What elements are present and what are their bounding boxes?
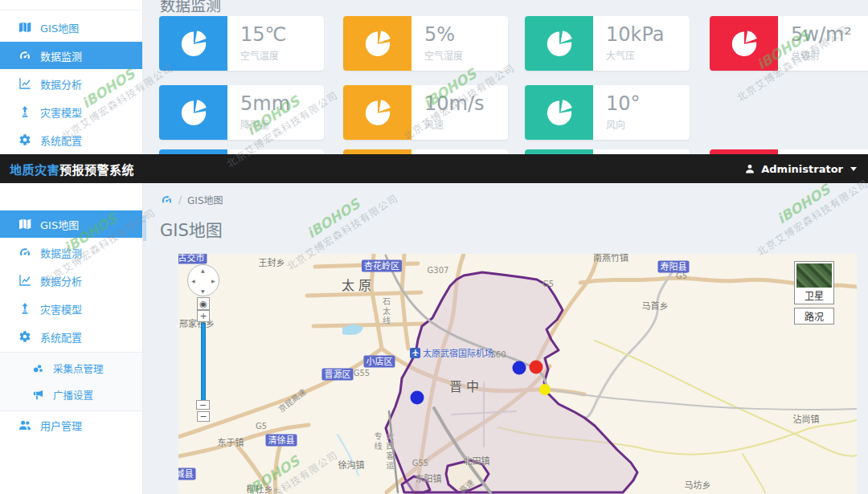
map-label-badge: 寿阳县: [658, 261, 690, 273]
watermark-company: 北京艾博宏森科技有限公司: [753, 175, 868, 259]
metric-value: 15℃: [240, 23, 287, 46]
breadcrumb-current: GIS地图: [187, 193, 223, 206]
gauge-icon: [18, 49, 31, 62]
sidebar-item-label: 广播设置: [53, 387, 93, 402]
metric-card-color-block: [159, 16, 227, 71]
satellite-thumbnail: [796, 263, 832, 288]
sidebar-item-model[interactable]: 灾害模型: [0, 98, 142, 125]
sidebar-item-map[interactable]: GIS地图: [0, 210, 142, 238]
map-label-text: 东阳镇: [416, 472, 442, 484]
gear-icon: [18, 133, 31, 146]
zoom-out-button[interactable]: −: [197, 411, 210, 422]
map-label-text: 马首乡: [642, 299, 669, 312]
page-title: GIS地图: [160, 217, 223, 241]
metric-card-body: 10kPa大气压: [593, 16, 665, 71]
sidebar-item-chart[interactable]: 数据分析: [0, 267, 142, 294]
chart-icon: [18, 77, 31, 90]
title-accent-bar: [143, 215, 146, 241]
sidebar-item-chart[interactable]: 数据分析: [0, 70, 142, 97]
sidebar-item-model[interactable]: 灾害模型: [0, 295, 142, 322]
metric-label: 降雨量: [240, 117, 290, 131]
pan-right-icon: ▶: [211, 278, 215, 284]
dashboard-icon: [161, 194, 173, 206]
zoom-slider-handle[interactable]: −: [196, 400, 210, 410]
sidebar-item-map[interactable]: GIS地图: [0, 14, 142, 41]
top-section: 数据监测 15℃空气温度5%空气湿度10kPa大气压5w/m²总辐射5mm降雨量…: [0, 0, 868, 154]
metric-label: 大气压: [606, 48, 665, 62]
metric-card-color-block: [710, 16, 778, 71]
user-name: Administrator: [761, 163, 843, 175]
map-label-road: G307: [428, 266, 449, 275]
metric-card-body: 5mm降雨量: [227, 85, 290, 140]
map-label-badge: 小店区: [364, 356, 395, 368]
map-marker[interactable]: [539, 384, 551, 395]
metric-card: 15℃空气温度: [159, 16, 324, 71]
pie-chart-icon: [544, 97, 575, 128]
pie-chart-icon: [362, 28, 393, 59]
map-label-road: G5: [256, 422, 267, 431]
zoom-slider[interactable]: [201, 323, 206, 402]
map-label-badge: 杏花岭区: [362, 260, 402, 272]
pie-chart-icon: [178, 97, 209, 128]
sidebar-item-gear[interactable]: 系统配置: [0, 126, 142, 153]
map-label-text: 马坊乡: [685, 478, 711, 491]
metric-label: 空气湿度: [424, 48, 463, 62]
sidebar-item-label: 数据分析: [40, 273, 82, 288]
sidebar-item-label: 采集点管理: [53, 361, 104, 376]
metric-card-body: 10m/s风速: [411, 85, 485, 140]
map-label-road: G5: [542, 280, 554, 288]
map-locate-button[interactable]: ◉: [197, 297, 210, 310]
sidebar-item-users[interactable]: 用户管理: [0, 411, 142, 439]
metric-card: 5%空气湿度: [343, 16, 508, 71]
metric-card: 10m/s风速: [343, 85, 508, 140]
metric-label: 总辐射: [791, 48, 852, 62]
metric-value: 10kPa: [606, 23, 665, 46]
map-canvas[interactable]: 古交市杏花岭区寿阳县小店区晋源区清徐县交城县王封乡邢家社乡南燕竹镇马首乡东于镇徐…: [178, 254, 857, 494]
zoom-in-button[interactable]: +: [197, 310, 210, 322]
sidebar-item-gear[interactable]: 系统配置: [0, 323, 142, 350]
gear-icon: [18, 330, 31, 343]
metric-value: 5w/m²: [791, 23, 852, 46]
map-icon: [18, 218, 31, 231]
satellite-layer-button[interactable]: 卫星: [794, 261, 834, 304]
sidebar-item-gauge[interactable]: 数据监测: [0, 239, 142, 266]
sidebar-item-label: 系统配置: [40, 329, 82, 345]
map-label-text: 王封乡: [259, 255, 285, 268]
map-marker[interactable]: [530, 361, 543, 374]
sidebar-item-gauge[interactable]: 数据监测: [0, 42, 142, 69]
map-label-vtext: 大西客运专线: [371, 433, 395, 474]
metric-card: 10kPa大气压: [525, 16, 690, 71]
map-label-text: 北田镇: [464, 454, 490, 467]
pie-chart-icon: [729, 28, 760, 59]
model-icon: [18, 105, 31, 118]
sidebar-item-label: 灾害模型: [40, 301, 82, 316]
top-sidebar: GIS地图数据监测数据分析灾害模型系统配置: [0, 0, 143, 154]
map-label-text: 徐沟镇: [338, 458, 365, 471]
map-label-badge: 古交市: [178, 254, 207, 264]
map-label-text: 沾尚镇: [793, 412, 820, 425]
gauge-icon: [18, 246, 31, 259]
map-marker[interactable]: [411, 391, 424, 405]
map-marker[interactable]: [513, 361, 526, 375]
metric-card-color-block: [343, 85, 411, 140]
pan-up-icon: ▲: [201, 267, 205, 273]
map-label-vtext: 石太线: [380, 297, 392, 326]
map-label-text: 柳杜乡: [247, 482, 273, 494]
user-menu[interactable]: Administrator: [744, 163, 857, 175]
map-label-badge: 清徐县: [266, 435, 297, 447]
sidebar-item-label: 灾害模型: [40, 104, 82, 120]
traffic-layer-button[interactable]: 路况: [794, 308, 834, 325]
model-icon: [18, 302, 31, 315]
sidebar-item-label: 用户管理: [40, 418, 82, 433]
sidebar-item-megaphone[interactable]: 广播设置: [0, 382, 142, 407]
map-pan-control[interactable]: ▲ ▼ ◀ ▶: [187, 264, 219, 296]
map-label-road: G55: [412, 459, 428, 467]
map-label-big: 晋中: [449, 376, 483, 395]
map-label-road: G55: [354, 369, 370, 378]
watermark-brand: iBOHOS: [274, 177, 392, 261]
breadcrumb[interactable]: / GIS地图: [161, 193, 223, 206]
satellite-label: 卫星: [796, 288, 832, 302]
sidebar-item-nodes[interactable]: 采集点管理: [0, 355, 142, 381]
pan-down-icon: ▼: [201, 288, 205, 294]
metric-card-color-block: [343, 16, 411, 71]
